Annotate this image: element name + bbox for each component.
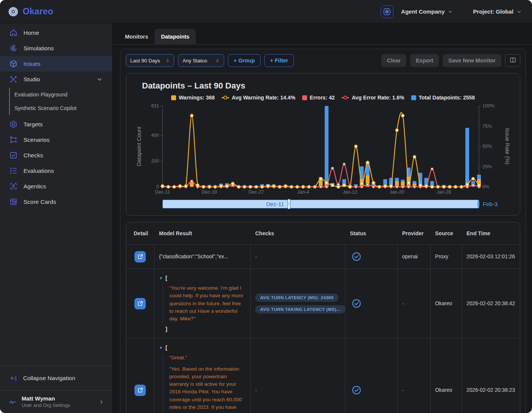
sidebar-item-synthetic-scenario-copilot[interactable]: Synthetic Scenario Copilot <box>14 101 112 115</box>
sidebar-item-targets[interactable]: Targets <box>0 116 112 132</box>
column-header-model-result: Model Result <box>154 222 250 244</box>
status-cell <box>345 269 397 338</box>
sidebar-item-label: Home <box>23 30 39 36</box>
org-switcher-label: Agent Company <box>401 8 445 15</box>
chevron-right-icon <box>98 399 105 405</box>
chevron-down-icon <box>516 9 522 15</box>
date-range-slider-row: Dec-11 Feb-3 <box>162 200 511 208</box>
provider-cell: - <box>397 269 430 338</box>
legend-item: Errors: 42 <box>302 95 335 101</box>
save-new-monitor-button[interactable]: Save New Monitor <box>443 54 501 67</box>
end-time-cell: 2026-02-02 20:38:23 <box>462 338 520 413</box>
sidebar-item-label: Checks <box>23 152 43 159</box>
slider-end-label: Feb-3 <box>483 201 498 207</box>
slider-start-label: Dec-11 <box>266 201 284 207</box>
end-time-cell: 2026-02-02 20:38:42 <box>462 269 520 338</box>
svg-text:Datapoint Count: Datapoint Count <box>136 127 142 166</box>
svg-text:Dec-19: Dec-19 <box>202 189 217 195</box>
sidebar-item-studio[interactable]: Studio <box>0 71 112 87</box>
svg-text:0%: 0% <box>482 184 489 189</box>
user-settings-row[interactable]: Matt Wyman User and Org Settings <box>0 390 112 413</box>
provider-cell: openai <box>397 245 430 269</box>
sidebar-item-evaluation-playground[interactable]: Evaluation Playground <box>14 88 112 101</box>
chevron-down-icon <box>447 9 453 15</box>
sidebar-item-score-cards[interactable]: Score Cards <box>0 194 112 210</box>
sidebar-item-evaluations[interactable]: Evaluations <box>0 163 112 179</box>
export-button[interactable]: Export <box>410 54 439 67</box>
open-detail-button[interactable] <box>134 251 146 262</box>
sidebar: HomeSimulationsIssuesStudioEvaluation Pl… <box>0 23 112 413</box>
collapse-icon <box>9 374 17 382</box>
legend-square-swatch <box>302 95 307 100</box>
svg-text:0: 0 <box>156 184 159 189</box>
sidebar-nav: HomeSimulationsIssuesStudioEvaluation Pl… <box>0 23 112 210</box>
status-check-icon <box>351 252 362 262</box>
date-range-slider[interactable]: Dec-11 <box>162 200 479 208</box>
studio-icon <box>9 75 18 84</box>
sidebar-item-agentics[interactable]: Agentics <box>0 179 112 194</box>
provider-cell: - <box>397 338 430 413</box>
tab-datapoints[interactable]: Datapoints <box>154 29 196 45</box>
status-check-icon <box>351 385 362 395</box>
svg-text:75%: 75% <box>482 124 492 129</box>
status-check-icon <box>351 298 362 309</box>
project-switcher[interactable]: Project: Global <box>471 8 524 15</box>
legend-line-dot-swatch <box>342 97 349 98</box>
simulations-icon <box>9 44 18 53</box>
check-badge[interactable]: AVG TURN LATENCY (MS): 24389 <box>255 293 339 302</box>
open-detail-button[interactable] <box>134 298 146 309</box>
legend-square-swatch <box>411 95 416 100</box>
tab-monitors[interactable]: Monitors <box>119 29 154 44</box>
brand[interactable]: Okareo <box>8 6 53 17</box>
okareo-logo-icon <box>8 6 19 17</box>
source-cell: Okareo <box>430 338 462 413</box>
datapoints-table: DetailModel ResultChecksStatusProviderSo… <box>126 222 520 413</box>
group-button[interactable]: + Group <box>228 54 261 67</box>
model-result-cell: ▼["Great.""Yes. Based on the information… <box>154 338 250 413</box>
slider-right-handle[interactable] <box>477 201 479 207</box>
source-cell: Proxy <box>430 245 462 269</box>
model-result-text: {"classification":"School","ex... <box>159 254 228 259</box>
svg-text:Jan-4: Jan-4 <box>297 189 309 195</box>
slider-handle[interactable] <box>287 199 290 209</box>
user-name: Matt Wyman <box>22 395 70 402</box>
org-avatar-icon[interactable] <box>381 5 393 18</box>
legend-label: Errors: 42 <box>310 95 335 101</box>
sidebar-item-home[interactable]: Home <box>0 25 112 40</box>
sidebar-item-label: Studio <box>23 76 40 83</box>
sidebar-item-issues[interactable]: Issues <box>0 56 112 71</box>
column-header-status: Status <box>345 222 397 244</box>
chart-panel: Datapoints – Last 90 Days Warnings: 368A… <box>126 73 520 216</box>
sidebar-item-label: Issues <box>23 61 41 67</box>
score-cards-icon <box>9 197 18 206</box>
legend-square-swatch <box>171 95 176 100</box>
date-range-select[interactable]: Last 90 Days <box>126 54 174 67</box>
columns-icon <box>509 56 516 65</box>
check-badge[interactable]: AVG TURN TAKING LATENCY (MS)... <box>255 305 345 314</box>
activity-icon <box>8 398 17 406</box>
sidebar-item-scenarios[interactable]: Scenarios <box>0 132 112 148</box>
column-header-source: Source <box>430 222 462 244</box>
clear-button[interactable]: Clear <box>381 54 406 67</box>
collapse-triangle-icon[interactable]: ▼ <box>159 276 163 280</box>
sidebar-item-checks[interactable]: Checks <box>0 148 112 163</box>
status-select[interactable]: Any Status <box>178 54 224 67</box>
model-result-json: ▼["Great.""Yes. Based on the information… <box>159 342 246 413</box>
filter-button[interactable]: + Filter <box>264 54 294 67</box>
legend-line-dot-swatch <box>222 97 229 98</box>
org-switcher[interactable]: Agent Company <box>399 8 456 15</box>
collapse-navigation-button[interactable]: Collapse Navigation <box>0 365 112 390</box>
toggle-panel-button[interactable] <box>505 54 520 67</box>
collapse-triangle-icon[interactable]: ▼ <box>159 346 163 350</box>
sidebar-item-simulations[interactable]: Simulations <box>0 40 112 56</box>
legend-item: Avg Error Rate: 1.6% <box>342 95 404 101</box>
evaluations-icon <box>9 166 18 175</box>
sidebar-item-label: Score Cards <box>23 199 56 205</box>
column-header-checks: Checks <box>250 222 345 244</box>
filter-toolbar: Last 90 Days Any Status + Group + Filter… <box>126 54 520 67</box>
checks-icon <box>9 151 18 160</box>
open-detail-button[interactable] <box>134 385 146 396</box>
sidebar-item-label: Simulations <box>23 45 54 52</box>
sidebar-item-label: Agentics <box>23 183 46 190</box>
json-string: "You're very welcome. I'm glad I could h… <box>169 284 245 323</box>
